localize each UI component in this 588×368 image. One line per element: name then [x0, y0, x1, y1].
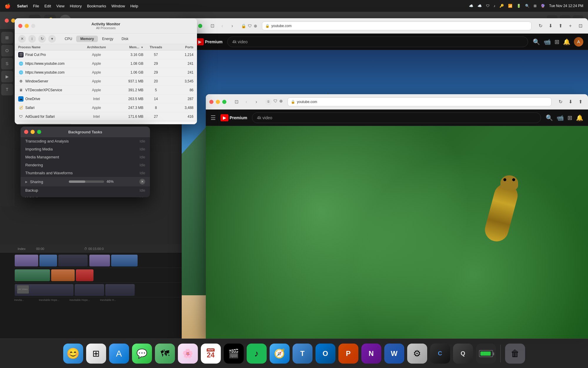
safari-2-forward-btn[interactable]: ›	[252, 98, 260, 106]
safari-1-address-bar[interactable]: 🔒 youtube.com	[262, 21, 532, 30]
dock-item-launchpad[interactable]: ⊞	[86, 344, 106, 364]
clip-8[interactable]	[76, 269, 93, 281]
safari-1-newtab-btn[interactable]: +	[566, 22, 574, 30]
am-tab-energy[interactable]: Energy	[98, 36, 117, 42]
clip-5[interactable]	[111, 255, 138, 266]
fcp-sidebar-icon-2[interactable]: O	[1, 45, 13, 57]
safari-2-share-btn[interactable]: ⬆	[576, 98, 584, 106]
bgt-sharing-close-btn[interactable]: ✕	[139, 179, 145, 185]
safari-2-min-btn[interactable]	[216, 100, 220, 104]
yt-create-icon-1[interactable]: 📹	[544, 38, 551, 45]
menu-view[interactable]: View	[56, 4, 65, 8]
dock-item-onenote[interactable]: N	[361, 344, 381, 364]
am-header-process[interactable]: Process Name	[18, 45, 81, 49]
yt-avatar-1[interactable]: A	[574, 37, 583, 47]
table-row[interactable]: 🌐 https://www.youtube.com Apple 1.06 GB …	[15, 68, 197, 77]
bgt-close-btn[interactable]	[24, 130, 28, 134]
clip-4[interactable]	[89, 255, 110, 266]
am-header-arch[interactable]: Architecture	[81, 45, 112, 49]
am-tab-disk[interactable]: Disk	[117, 36, 132, 42]
am-filter-btn[interactable]: ▾	[48, 35, 56, 43]
fcp-sidebar-icon-5[interactable]: T	[1, 84, 13, 95]
bgt-min-btn[interactable]	[31, 130, 35, 134]
safari-2-refresh-btn[interactable]: ↻	[556, 98, 564, 106]
am-min-btn[interactable]	[25, 24, 29, 28]
apple-logo-icon[interactable]: 🍎	[5, 3, 11, 9]
yt-search-1[interactable]: 4k video	[227, 37, 528, 47]
menu-edit[interactable]: Edit	[44, 4, 51, 8]
fcp-sidebar-icon-4[interactable]: ▶	[1, 71, 13, 82]
table-row[interactable]: ☁ OneDrive Intel 263.5 MB 14 287	[15, 95, 197, 103]
safari-2-download-btn[interactable]: ⬇	[566, 98, 574, 106]
yt-bell-icon-2[interactable]: 🔔	[576, 114, 583, 121]
safari-2-address-bar[interactable]: 🔒 youtube.com	[288, 97, 552, 106]
dock-item-maps[interactable]: 🗺	[155, 344, 175, 364]
am-tab-memory[interactable]: Memory	[76, 36, 98, 42]
dock-item-syspreferences[interactable]: ⚙	[407, 344, 427, 364]
menu-bookmarks[interactable]: Bookmarks	[87, 4, 106, 8]
safari-1-share-btn[interactable]: ⬆	[556, 22, 564, 30]
clip-11[interactable]	[105, 284, 135, 296]
clip-9[interactable]: 4K Video	[15, 284, 74, 296]
fcp-close-btn[interactable]	[5, 19, 9, 23]
menu-safari[interactable]: Safari	[17, 4, 28, 8]
hamburger-icon-2[interactable]: ☰	[211, 114, 216, 121]
am-info-btn[interactable]: i	[28, 35, 36, 43]
am-header-threads[interactable]: Threads	[143, 45, 168, 49]
yt-create-icon-2[interactable]: 📹	[557, 114, 564, 121]
safari-1-download-btn[interactable]: ⬇	[546, 22, 554, 30]
clip-6[interactable]	[15, 269, 50, 281]
clip-7[interactable]	[51, 269, 75, 281]
yt-apps-icon-1[interactable]: ⊞	[554, 38, 559, 45]
am-refresh-btn[interactable]: ↻	[38, 35, 46, 43]
am-max-btn[interactable]	[31, 24, 35, 28]
menu-file[interactable]: File	[33, 4, 39, 8]
dock-item-spotify[interactable]: ♪	[247, 344, 267, 364]
siri-icon[interactable]: 🔮	[541, 4, 545, 8]
dock-item-quicktime[interactable]: Q	[453, 344, 473, 364]
dock-item-appstore[interactable]: A	[109, 344, 129, 364]
table-row[interactable]: 🛡 AdGuard for Safari Intel 171.6 MB 27 4…	[15, 112, 197, 121]
menu-window[interactable]: Window	[111, 4, 125, 8]
am-close-btn[interactable]	[18, 24, 22, 28]
am-tab-cpu[interactable]: CPU	[61, 36, 76, 42]
safari-1-sidebar-toggle[interactable]: ⊡	[208, 22, 216, 30]
yt-search-icon-1[interactable]: 🔍	[533, 38, 540, 45]
table-row[interactable]: 🎬 Final Cut Pro Apple 3.16 GB 57 1,214	[15, 50, 197, 59]
safari-2-max-btn[interactable]	[222, 100, 226, 104]
dock-item-finder[interactable]: 😊	[63, 344, 83, 364]
yt-bell-icon-1[interactable]: 🔔	[563, 38, 570, 45]
yt-search-icon-2[interactable]: 🔍	[546, 114, 553, 121]
control-center-icon[interactable]: ⊞	[534, 4, 537, 8]
search-menubar-icon[interactable]: 🔍	[525, 4, 529, 8]
safari-2-sidebar-toggle[interactable]: ⊡	[232, 98, 240, 106]
table-row[interactable]: 🧭 Safari Apple 247.3 MB 8 3,488	[15, 103, 197, 112]
dock-item-powerpoint[interactable]: P	[338, 344, 358, 364]
clip-10[interactable]	[75, 284, 104, 296]
safari-2-close-btn[interactable]	[209, 100, 213, 104]
dock-item-outlook[interactable]: O	[315, 344, 335, 364]
am-header-mem[interactable]: Mem... ▼	[112, 45, 143, 49]
safari-1-back-btn[interactable]: ‹	[218, 22, 226, 30]
dock-item-messages[interactable]: 💬	[132, 344, 152, 364]
clip-3[interactable]	[58, 255, 88, 266]
menu-help[interactable]: Help	[130, 4, 138, 8]
bgt-max-btn[interactable]	[37, 130, 41, 134]
safari-1-max-btn[interactable]	[198, 24, 202, 28]
dock-item-finalcut[interactable]: 🎬	[224, 344, 244, 364]
dock-item-cinema4d[interactable]: C	[430, 344, 450, 364]
menu-history[interactable]: History	[70, 4, 81, 8]
dock-item-word[interactable]: W	[384, 344, 404, 364]
clip-1[interactable]	[15, 255, 38, 266]
yt-apps-icon-2[interactable]: ⊞	[567, 114, 572, 121]
safari-2-back-btn[interactable]: ‹	[242, 98, 250, 106]
safari-1-tabs-btn[interactable]: ⊡	[576, 22, 584, 30]
dock-item-photos[interactable]: 🌸	[178, 344, 198, 364]
safari-1-forward-btn[interactable]: ›	[228, 22, 236, 30]
table-row[interactable]: 🖥 VTDecoderXPCService Apple 391.2 MB 5 8…	[15, 86, 197, 95]
dock-item-teleprompter[interactable]: T	[293, 344, 313, 364]
am-x-btn[interactable]: ✕	[18, 35, 26, 43]
dock-item-safari[interactable]: 🧭	[270, 344, 290, 364]
table-row[interactable]: ⚙ WindowServer Apple 937.1 MB 20 3,545	[15, 77, 197, 86]
table-row[interactable]: 🌐 https://www.youtube.com Apple 1.08 GB …	[15, 59, 197, 68]
